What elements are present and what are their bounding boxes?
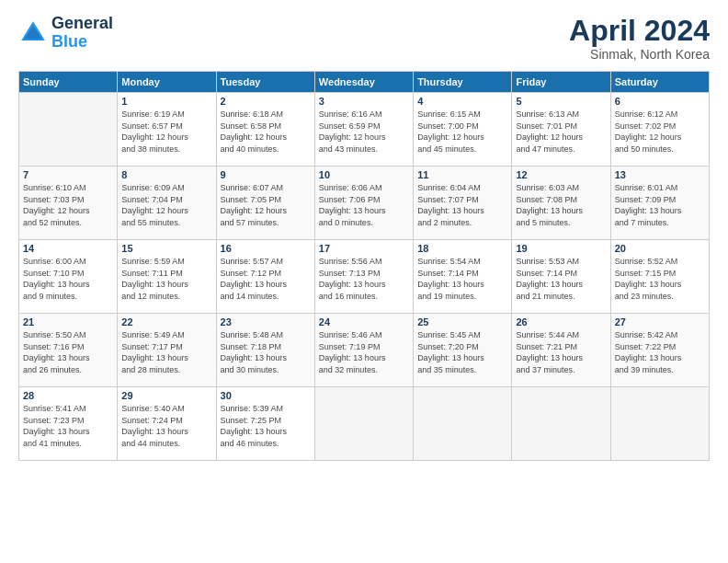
day-number: 28 xyxy=(23,390,113,401)
day-header-monday: Monday xyxy=(118,72,216,93)
day-header-saturday: Saturday xyxy=(610,72,709,93)
day-number: 11 xyxy=(417,169,507,180)
cell-w2-d1: 15Sunrise: 5:59 AM Sunset: 7:11 PM Dayli… xyxy=(118,240,216,314)
logo-text: General Blue xyxy=(51,15,113,52)
day-number: 15 xyxy=(121,243,211,254)
day-detail: Sunrise: 5:56 AM Sunset: 7:13 PM Dayligh… xyxy=(319,256,409,302)
day-number: 7 xyxy=(23,169,113,180)
day-number: 10 xyxy=(319,169,409,180)
cell-w0-d3: 3Sunrise: 6:16 AM Sunset: 6:59 PM Daylig… xyxy=(314,93,413,167)
cell-w1-d5: 12Sunrise: 6:03 AM Sunset: 7:08 PM Dayli… xyxy=(512,167,610,240)
week-row-2: 14Sunrise: 6:00 AM Sunset: 7:10 PM Dayli… xyxy=(19,240,710,314)
calendar-table: SundayMondayTuesdayWednesdayThursdayFrid… xyxy=(18,71,710,461)
day-number: 29 xyxy=(121,390,211,401)
cell-w3-d3: 24Sunrise: 5:46 AM Sunset: 7:19 PM Dayli… xyxy=(314,314,413,387)
day-detail: Sunrise: 6:19 AM Sunset: 6:57 PM Dayligh… xyxy=(121,109,211,155)
cell-w0-d0 xyxy=(19,93,118,167)
day-detail: Sunrise: 5:45 AM Sunset: 7:20 PM Dayligh… xyxy=(417,329,507,375)
day-detail: Sunrise: 6:06 AM Sunset: 7:06 PM Dayligh… xyxy=(319,182,409,228)
day-detail: Sunrise: 6:01 AM Sunset: 7:09 PM Dayligh… xyxy=(615,182,705,228)
day-number: 13 xyxy=(615,169,705,180)
day-detail: Sunrise: 6:13 AM Sunset: 7:01 PM Dayligh… xyxy=(516,109,606,155)
subtitle: Sinmak, North Korea xyxy=(569,47,710,62)
day-number: 1 xyxy=(121,96,211,107)
week-row-3: 21Sunrise: 5:50 AM Sunset: 7:16 PM Dayli… xyxy=(19,314,710,387)
day-detail: Sunrise: 6:04 AM Sunset: 7:07 PM Dayligh… xyxy=(417,182,507,228)
day-detail: Sunrise: 5:44 AM Sunset: 7:21 PM Dayligh… xyxy=(516,329,606,375)
day-detail: Sunrise: 5:40 AM Sunset: 7:24 PM Dayligh… xyxy=(121,403,211,449)
cell-w3-d4: 25Sunrise: 5:45 AM Sunset: 7:20 PM Dayli… xyxy=(414,314,512,387)
day-number: 6 xyxy=(615,96,705,107)
day-detail: Sunrise: 5:50 AM Sunset: 7:16 PM Dayligh… xyxy=(23,329,113,375)
cell-w3-d1: 22Sunrise: 5:49 AM Sunset: 7:17 PM Dayli… xyxy=(118,314,216,387)
day-number: 3 xyxy=(319,96,409,107)
cell-w1-d0: 7Sunrise: 6:10 AM Sunset: 7:03 PM Daylig… xyxy=(19,167,118,240)
day-detail: Sunrise: 6:03 AM Sunset: 7:08 PM Dayligh… xyxy=(516,182,606,228)
cell-w4-d3 xyxy=(314,387,413,461)
cell-w0-d2: 2Sunrise: 6:18 AM Sunset: 6:58 PM Daylig… xyxy=(216,93,314,167)
day-detail: Sunrise: 5:53 AM Sunset: 7:14 PM Dayligh… xyxy=(516,256,606,302)
day-detail: Sunrise: 5:48 AM Sunset: 7:18 PM Dayligh… xyxy=(221,329,311,375)
day-number: 27 xyxy=(615,316,705,327)
cell-w2-d0: 14Sunrise: 6:00 AM Sunset: 7:10 PM Dayli… xyxy=(19,240,118,314)
day-detail: Sunrise: 6:16 AM Sunset: 6:59 PM Dayligh… xyxy=(319,109,409,155)
header-row: SundayMondayTuesdayWednesdayThursdayFrid… xyxy=(19,72,710,93)
cell-w3-d0: 21Sunrise: 5:50 AM Sunset: 7:16 PM Dayli… xyxy=(19,314,118,387)
day-detail: Sunrise: 6:18 AM Sunset: 6:58 PM Dayligh… xyxy=(221,109,311,155)
day-number: 9 xyxy=(221,169,311,180)
week-row-4: 28Sunrise: 5:41 AM Sunset: 7:23 PM Dayli… xyxy=(19,387,710,461)
cell-w1-d3: 10Sunrise: 6:06 AM Sunset: 7:06 PM Dayli… xyxy=(314,167,413,240)
day-detail: Sunrise: 6:15 AM Sunset: 7:00 PM Dayligh… xyxy=(417,109,507,155)
cell-w1-d4: 11Sunrise: 6:04 AM Sunset: 7:07 PM Dayli… xyxy=(414,167,512,240)
cell-w0-d4: 4Sunrise: 6:15 AM Sunset: 7:00 PM Daylig… xyxy=(414,93,512,167)
day-detail: Sunrise: 5:52 AM Sunset: 7:15 PM Dayligh… xyxy=(615,256,705,302)
cell-w3-d5: 26Sunrise: 5:44 AM Sunset: 7:21 PM Dayli… xyxy=(512,314,610,387)
day-detail: Sunrise: 5:46 AM Sunset: 7:19 PM Dayligh… xyxy=(319,329,409,375)
day-number: 14 xyxy=(23,243,113,254)
day-number: 18 xyxy=(417,243,507,254)
day-detail: Sunrise: 6:10 AM Sunset: 7:03 PM Dayligh… xyxy=(23,182,113,228)
month-title: April 2024 xyxy=(569,15,710,47)
cell-w4-d5 xyxy=(512,387,610,461)
cell-w4-d0: 28Sunrise: 5:41 AM Sunset: 7:23 PM Dayli… xyxy=(19,387,118,461)
day-number: 12 xyxy=(516,169,606,180)
day-number: 8 xyxy=(121,169,211,180)
day-number: 19 xyxy=(516,243,606,254)
week-row-0: 1Sunrise: 6:19 AM Sunset: 6:57 PM Daylig… xyxy=(19,93,710,167)
day-header-thursday: Thursday xyxy=(414,72,512,93)
cell-w0-d5: 5Sunrise: 6:13 AM Sunset: 7:01 PM Daylig… xyxy=(512,93,610,167)
cell-w3-d6: 27Sunrise: 5:42 AM Sunset: 7:22 PM Dayli… xyxy=(610,314,709,387)
day-header-sunday: Sunday xyxy=(19,72,118,93)
day-detail: Sunrise: 6:12 AM Sunset: 7:02 PM Dayligh… xyxy=(615,109,705,155)
cell-w2-d2: 16Sunrise: 5:57 AM Sunset: 7:12 PM Dayli… xyxy=(216,240,314,314)
day-detail: Sunrise: 5:59 AM Sunset: 7:11 PM Dayligh… xyxy=(121,256,211,302)
cell-w4-d6 xyxy=(610,387,709,461)
cell-w1-d2: 9Sunrise: 6:07 AM Sunset: 7:05 PM Daylig… xyxy=(216,167,314,240)
cell-w1-d6: 13Sunrise: 6:01 AM Sunset: 7:09 PM Dayli… xyxy=(610,167,709,240)
cell-w2-d4: 18Sunrise: 5:54 AM Sunset: 7:14 PM Dayli… xyxy=(414,240,512,314)
cell-w3-d2: 23Sunrise: 5:48 AM Sunset: 7:18 PM Dayli… xyxy=(216,314,314,387)
cell-w2-d3: 17Sunrise: 5:56 AM Sunset: 7:13 PM Dayli… xyxy=(314,240,413,314)
day-header-tuesday: Tuesday xyxy=(216,72,314,93)
day-detail: Sunrise: 5:57 AM Sunset: 7:12 PM Dayligh… xyxy=(221,256,311,302)
cell-w2-d6: 20Sunrise: 5:52 AM Sunset: 7:15 PM Dayli… xyxy=(610,240,709,314)
day-number: 22 xyxy=(121,316,211,327)
day-detail: Sunrise: 6:09 AM Sunset: 7:04 PM Dayligh… xyxy=(121,182,211,228)
day-detail: Sunrise: 6:00 AM Sunset: 7:10 PM Dayligh… xyxy=(23,256,113,302)
day-number: 4 xyxy=(417,96,507,107)
cell-w4-d4 xyxy=(414,387,512,461)
day-number: 30 xyxy=(221,390,311,401)
day-number: 23 xyxy=(221,316,311,327)
title-block: April 2024 Sinmak, North Korea xyxy=(569,15,710,62)
day-header-friday: Friday xyxy=(512,72,610,93)
header: General Blue April 2024 Sinmak, North Ko… xyxy=(18,15,710,62)
day-detail: Sunrise: 5:49 AM Sunset: 7:17 PM Dayligh… xyxy=(121,329,211,375)
cell-w4-d2: 30Sunrise: 5:39 AM Sunset: 7:25 PM Dayli… xyxy=(216,387,314,461)
day-detail: Sunrise: 5:39 AM Sunset: 7:25 PM Dayligh… xyxy=(221,403,311,449)
day-detail: Sunrise: 5:42 AM Sunset: 7:22 PM Dayligh… xyxy=(615,329,705,375)
day-number: 16 xyxy=(221,243,311,254)
day-number: 24 xyxy=(319,316,409,327)
page: General Blue April 2024 Sinmak, North Ko… xyxy=(0,0,728,563)
cell-w4-d1: 29Sunrise: 5:40 AM Sunset: 7:24 PM Dayli… xyxy=(118,387,216,461)
week-row-1: 7Sunrise: 6:10 AM Sunset: 7:03 PM Daylig… xyxy=(19,167,710,240)
